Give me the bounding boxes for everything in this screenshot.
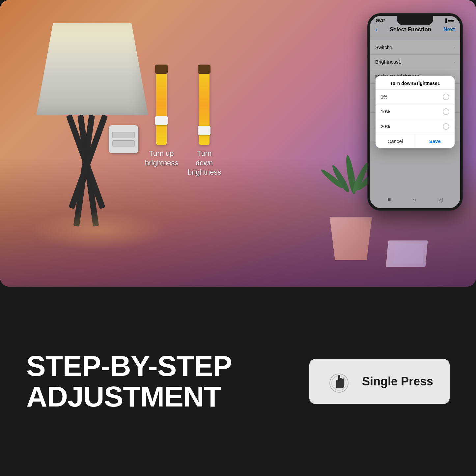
switch-button-2 bbox=[112, 140, 135, 147]
main-container: Turn up brightness Turn down brightness bbox=[0, 0, 476, 476]
title-line1: STEP-BY-STEP bbox=[26, 350, 232, 382]
slider-handle-top-up bbox=[155, 65, 168, 74]
dialog-option-20pct[interactable]: 20% bbox=[376, 119, 455, 134]
phone-screen: 09:37 ▐ ■■■ ‹ Select Function Next Switc… bbox=[370, 16, 460, 208]
title-line2: ADJUSTMENT bbox=[26, 380, 221, 413]
main-title: STEP-BY-STEP ADJUSTMENT bbox=[26, 351, 290, 412]
radio-1pct[interactable] bbox=[443, 94, 449, 100]
switch-button-1 bbox=[112, 132, 135, 138]
hand-pointer-icon bbox=[326, 368, 352, 395]
slider-handle-top-down bbox=[198, 65, 210, 74]
phone-mockup: 09:37 ▐ ■■■ ‹ Select Function Next Switc… bbox=[367, 13, 463, 211]
slider-track-up[interactable] bbox=[156, 66, 167, 145]
single-press-label: Single Press bbox=[362, 375, 433, 388]
dialog-option-20pct-label: 20% bbox=[381, 124, 390, 129]
dialog-option-1pct[interactable]: 1% bbox=[376, 90, 455, 104]
lamp-shade-inner bbox=[36, 23, 148, 115]
dialog-title: Turn downBrightness1 bbox=[376, 76, 455, 90]
slider-handle-bottom-up bbox=[155, 116, 168, 125]
dialog-option-10pct[interactable]: 10% bbox=[376, 104, 455, 119]
lamp-reflection bbox=[30, 211, 168, 250]
radio-10pct[interactable] bbox=[443, 108, 449, 115]
phone-dialog-overlay: Turn downBrightness1 1% 10% 20% bbox=[370, 16, 460, 208]
shelf-items bbox=[371, 234, 443, 267]
plant-pot bbox=[324, 217, 377, 260]
turn-up-brightness-label: Turn up brightness bbox=[145, 149, 178, 168]
radio-20pct[interactable] bbox=[443, 123, 449, 130]
bottom-section: STEP-BY-STEP ADJUSTMENT Single Press bbox=[0, 287, 476, 476]
slider-group-right: Turn down brightness bbox=[188, 66, 221, 177]
dialog-option-1pct-label: 1% bbox=[381, 94, 387, 99]
svg-rect-2 bbox=[338, 375, 340, 379]
single-press-badge: Single Press bbox=[309, 359, 450, 404]
sliders-container: Turn up brightness Turn down brightness bbox=[145, 66, 221, 177]
light-switch bbox=[109, 125, 138, 153]
lamp-shade bbox=[36, 23, 148, 115]
phone-body: 09:37 ▐ ■■■ ‹ Select Function Next Switc… bbox=[367, 13, 463, 211]
slider-group-left: Turn up brightness bbox=[145, 66, 178, 168]
slider-track-down[interactable] bbox=[199, 66, 210, 145]
turn-down-brightness-label: Turn down brightness bbox=[188, 149, 221, 177]
phone-notch bbox=[397, 16, 433, 25]
slider-handle-bottom-down bbox=[198, 126, 210, 135]
dialog-cancel-button[interactable]: Cancel bbox=[376, 134, 415, 148]
dialog-actions: Cancel Save bbox=[376, 134, 455, 148]
dialog-option-10pct-label: 10% bbox=[381, 109, 390, 114]
dialog-save-button[interactable]: Save bbox=[415, 134, 455, 148]
phone-dialog: Turn downBrightness1 1% 10% 20% bbox=[376, 76, 455, 148]
scene-area: Turn up brightness Turn down brightness bbox=[0, 0, 476, 287]
book-2 bbox=[393, 244, 424, 264]
